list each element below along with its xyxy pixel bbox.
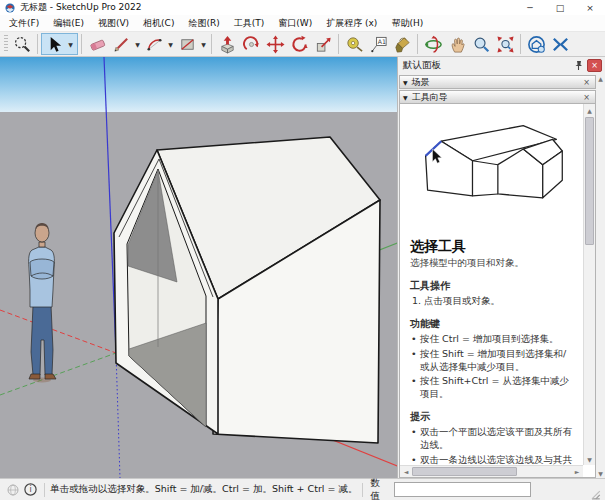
scroll-down-icon[interactable]: ▼ xyxy=(584,453,595,465)
statusbar: i 单击或拖动以选择对象。Shift = 加/减。Ctrl = 加。Shift … xyxy=(0,478,605,500)
sketchup-window: 无标题 - SketchUp Pro 2022 ─ □ × 文件(F) 编辑(E… xyxy=(0,0,605,500)
rotate-tool-button[interactable] xyxy=(287,33,311,55)
line-dropdown-icon[interactable]: ▼ xyxy=(133,41,142,48)
pan-tool-button[interactable] xyxy=(445,33,469,55)
line-tool-button[interactable] xyxy=(109,33,133,55)
close-button[interactable]: × xyxy=(575,0,605,15)
instructor-horizontal-scrollbar[interactable]: ◄ ► xyxy=(400,465,583,477)
eraser-tool-button[interactable] xyxy=(85,33,109,55)
menu-window[interactable]: 窗口(W) xyxy=(271,15,319,32)
instructor-vertical-scrollbar[interactable]: ▲ ▼ xyxy=(583,104,595,465)
move-icon xyxy=(266,35,285,54)
menu-extensions[interactable]: 扩展程序 (x) xyxy=(319,15,384,32)
select-dropdown-icon[interactable]: ▼ xyxy=(66,41,75,48)
status-message: 单击或拖动以选择对象。Shift = 加/减。Ctrl = 加。Shift + … xyxy=(50,483,357,496)
scenes-close-icon[interactable]: × xyxy=(581,78,592,87)
modifier-keys-heading: 功能键 xyxy=(410,317,575,331)
model-viewport[interactable] xyxy=(0,57,397,478)
menu-edit[interactable]: 编辑(E) xyxy=(46,15,91,32)
toolbar-grip[interactable] xyxy=(4,35,8,53)
zoom-extents-tool-button[interactable] xyxy=(493,33,517,55)
tape-measure-tool-button[interactable] xyxy=(342,33,366,55)
tips-list: 双击一个平面以选定该平面及其所有边线。 双击一条边线以选定该边线及与其共享的平面… xyxy=(410,426,575,465)
scale-tool-button[interactable] xyxy=(311,33,335,55)
tip-item: 双击一个平面以选定该平面及其所有边线。 xyxy=(410,426,575,452)
menu-camera[interactable]: 相机(C) xyxy=(136,15,181,32)
push-pull-tool-button[interactable] xyxy=(215,33,239,55)
text-tool-button[interactable]: A1 xyxy=(366,33,390,55)
measurements-input[interactable] xyxy=(394,482,531,497)
rectangle-dropdown-icon[interactable]: ▼ xyxy=(199,41,208,48)
orbit-tool-button[interactable] xyxy=(421,33,445,55)
paint-bucket-tool-button[interactable] xyxy=(390,33,414,55)
tray-scrollbar[interactable]: ▲ ▼ xyxy=(596,74,605,478)
offset-tool-button[interactable] xyxy=(239,33,263,55)
scenes-label: 场景 xyxy=(412,76,582,89)
arc-tool-button[interactable] xyxy=(142,33,166,55)
horizontal-scroll-thumb[interactable] xyxy=(412,467,517,476)
tray-scroll-up-icon[interactable]: ▲ xyxy=(598,74,603,83)
move-tool-button[interactable] xyxy=(263,33,287,55)
instructor-title: 选择工具 xyxy=(410,238,575,256)
offset-icon xyxy=(242,35,261,54)
menu-help[interactable]: 帮助(H) xyxy=(384,15,430,32)
tips-heading: 提示 xyxy=(410,410,575,424)
instructor-panel: 选择工具 选择模型中的项目和对象。 工具操作 1. 点击项目或对象。 功能键 按… xyxy=(399,104,596,478)
instructor-toggle-icon[interactable]: ▼ xyxy=(403,94,408,101)
section-scenes[interactable]: ▼ 场景 × xyxy=(399,75,596,89)
geolocation-button[interactable] xyxy=(6,483,20,497)
trimble-connect-icon xyxy=(551,35,570,54)
tray-close-button[interactable]: × xyxy=(587,59,602,72)
arc-icon xyxy=(145,35,164,54)
menu-view[interactable]: 视图(V) xyxy=(91,15,136,32)
measurements-label: 数值 xyxy=(370,477,389,500)
select-arrow-icon xyxy=(45,35,64,54)
modifier-key-item: 按住 Ctrl = 增加项目到选择集。 xyxy=(410,333,575,346)
tip-item: 双击一条边线以选定该边线及与其共享的平面。 xyxy=(410,454,575,465)
arc-dropdown-icon[interactable]: ▼ xyxy=(166,41,175,48)
help-circle-icon: i xyxy=(24,483,37,496)
menu-file[interactable]: 文件(F) xyxy=(2,15,46,32)
instructor-close-icon[interactable]: × xyxy=(581,93,592,102)
zoom-icon xyxy=(472,35,491,54)
trimble-connect-button[interactable] xyxy=(548,33,572,55)
text-label-icon: A1 xyxy=(369,35,388,54)
search-tool-button[interactable] xyxy=(10,33,34,55)
modifier-keys-list: 按住 Ctrl = 增加项目到选择集。 按住 Shift = 增加项目到选择集和… xyxy=(410,333,575,401)
scroll-right-icon[interactable]: ► xyxy=(571,468,583,475)
tray-scroll-down-icon[interactable]: ▼ xyxy=(598,469,603,478)
model-scene xyxy=(0,57,397,478)
scenes-toggle-icon[interactable]: ▼ xyxy=(403,79,408,86)
rectangle-tool-button[interactable] xyxy=(175,33,199,55)
search-icon xyxy=(13,35,32,54)
select-tool-button[interactable]: ▼ xyxy=(41,33,78,55)
section-instructor[interactable]: ▼ 工具向导 × xyxy=(399,90,596,104)
pin-button[interactable] xyxy=(571,59,585,72)
scroll-up-icon[interactable]: ▲ xyxy=(584,104,595,116)
minimize-button[interactable]: ─ xyxy=(515,0,545,15)
3d-warehouse-button[interactable] xyxy=(524,33,548,55)
scroll-left-icon[interactable]: ◄ xyxy=(400,468,412,475)
titlebar: 无标题 - SketchUp Pro 2022 ─ □ × xyxy=(0,0,605,15)
help-button[interactable]: i xyxy=(24,483,38,497)
resize-grip[interactable] xyxy=(591,486,601,500)
menubar: 文件(F) 编辑(E) 视图(V) 相机(C) 绘图(R) 工具(T) 窗口(W… xyxy=(0,15,605,32)
tray-title: 默认面板 xyxy=(403,59,571,72)
zoom-tool-button[interactable] xyxy=(469,33,493,55)
instructor-house-image xyxy=(403,110,581,232)
zoom-extents-icon xyxy=(496,35,515,54)
rotate-icon xyxy=(290,35,309,54)
menu-draw[interactable]: 绘图(R) xyxy=(181,15,226,32)
tray-header[interactable]: 默认面板 × xyxy=(398,57,605,74)
operation-step: 1. 点击项目或对象。 xyxy=(412,295,575,308)
vertical-scroll-thumb[interactable] xyxy=(585,117,594,245)
svg-text:i: i xyxy=(29,485,31,494)
instructor-label: 工具向导 xyxy=(412,91,582,104)
operation-heading: 工具操作 xyxy=(410,279,575,293)
menu-tools[interactable]: 工具(T) xyxy=(227,15,272,32)
default-tray-panel: 默认面板 × ▼ 场景 × ▼ xyxy=(397,57,605,478)
maximize-button[interactable]: □ xyxy=(545,0,575,15)
eraser-icon xyxy=(88,35,107,54)
modifier-key-item: 按住 Shift = 增加项目到选择集和/或从选择集中减少项目。 xyxy=(410,348,575,374)
geolocation-icon xyxy=(7,484,19,496)
